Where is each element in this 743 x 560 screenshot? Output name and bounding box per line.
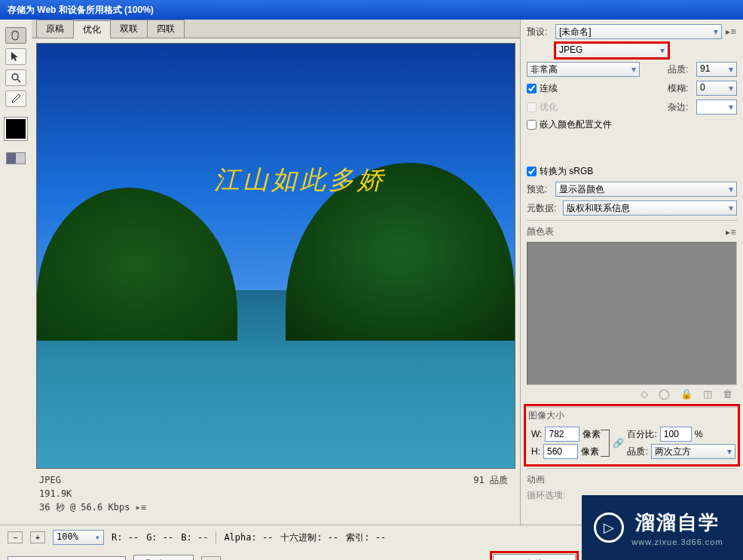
preset-flyout-icon[interactable]: ▸≡ — [725, 26, 737, 37]
blur-label: 模糊: — [668, 82, 693, 95]
color-table-label: 颜色表 — [527, 225, 554, 238]
slice-select-tool[interactable] — [5, 48, 26, 65]
convert-srgb-label: 转换为 sRGB — [540, 165, 593, 178]
preview-canvas[interactable]: 江山如此多娇 — [36, 43, 515, 469]
save-button[interactable]: 存储 — [493, 554, 576, 560]
constrain-link-icon[interactable]: 🔗 — [613, 438, 624, 448]
matte-label: 杂边: — [668, 101, 693, 114]
convert-srgb-checkbox[interactable] — [527, 167, 537, 176]
info-size: 191.9K — [39, 487, 515, 500]
watermark-text: 溜溜自学 — [631, 510, 723, 536]
tab-4up[interactable]: 四联 — [147, 20, 185, 38]
settings-panel: 预设: [未命名] ▸≡ JPEG 非常高 品质: 91 连续 模糊: 0 优化… — [520, 20, 743, 525]
svg-line-1 — [17, 79, 20, 82]
window-title: 存储为 Web 和设备所用格式 (100%) — [8, 5, 154, 15]
format-select[interactable]: JPEG — [555, 43, 668, 58]
width-label: W: — [531, 429, 542, 439]
percent-input[interactable] — [660, 427, 692, 442]
status-alpha: Alpha: -- — [224, 532, 273, 543]
zoom-tool[interactable] — [5, 69, 26, 86]
resample-select[interactable]: 两次立方 — [651, 444, 735, 459]
width-unit: 像素 — [582, 428, 601, 441]
quality-input[interactable]: 91 — [696, 62, 737, 77]
optimized-checkbox — [527, 103, 537, 112]
status-index: 索引: -- — [346, 531, 386, 544]
ct-cube-icon[interactable]: ◫ — [703, 388, 712, 399]
preview-area: 江山如此多娇 JPEG 191.9K 36 秒 @ 56.6 Kbps ▸≡ 9… — [32, 38, 520, 525]
status-b: B: -- — [181, 532, 208, 543]
foreground-color[interactable] — [5, 118, 27, 140]
loop-label: 循环选项: — [527, 489, 565, 502]
toggle-slices-icon[interactable] — [6, 152, 26, 164]
preview-label: 预览: — [527, 183, 552, 196]
color-table-flyout-icon[interactable]: ▸≡ — [725, 227, 737, 237]
percent-unit: % — [695, 429, 703, 439]
ct-trash-icon[interactable]: 🗑 — [723, 388, 732, 399]
left-toolbar — [0, 20, 32, 525]
preview-button[interactable]: 预览... — [133, 555, 194, 560]
tab-2up[interactable]: 双联 — [110, 20, 148, 38]
hand-tool[interactable] — [5, 27, 26, 44]
title-bar: 存储为 Web 和设备所用格式 (100%) — [0, 0, 743, 20]
quality-label: 品质: — [668, 63, 693, 76]
resample-label: 品质: — [627, 445, 647, 458]
color-table-toolbar: ◇ ◯ 🔒 ◫ 🗑 — [527, 385, 737, 402]
embed-profile-label: 嵌入颜色配置文件 — [540, 118, 612, 131]
tab-optimized[interactable]: 优化 — [73, 20, 111, 38]
width-input[interactable] — [545, 427, 579, 442]
browser-icon-button[interactable]: 🌐▾ — [201, 556, 221, 561]
watermark-play-icon: ▷ — [594, 513, 624, 543]
link-bracket — [601, 430, 610, 457]
percent-label: 百分比: — [627, 428, 656, 441]
height-label: H: — [531, 446, 540, 457]
color-table[interactable] — [527, 242, 737, 385]
watermark: ▷ 溜溜自学 www.zixue.3d66.com — [582, 495, 743, 560]
info-format: JPEG — [39, 473, 515, 487]
svg-point-0 — [12, 74, 18, 80]
matte-select[interactable] — [696, 99, 737, 115]
quality-preset-select[interactable]: 非常高 — [527, 62, 640, 77]
height-unit: 像素 — [581, 445, 599, 458]
preset-label: 预设: — [527, 26, 552, 38]
progressive-label: 连续 — [540, 82, 558, 95]
preview-tabs: 原稿 优化 双联 四联 — [32, 20, 520, 38]
status-hex: 十六进制: -- — [280, 531, 338, 544]
animation-title: 动画 — [527, 474, 545, 485]
watermark-url: www.zixue.3d66.com — [631, 537, 723, 546]
transfer-menu-icon[interactable]: ▸≡ — [136, 502, 146, 513]
metadata-label: 元数据: — [527, 202, 560, 215]
status-g: G: -- — [146, 532, 173, 543]
zoom-select[interactable]: 100% — [53, 530, 104, 545]
info-time: 36 秒 @ 56.6 Kbps — [39, 502, 130, 513]
optimized-label: 优化 — [540, 101, 558, 114]
device-central-button[interactable]: Device Central... — [8, 556, 126, 561]
zoom-in-button[interactable]: + — [30, 531, 45, 543]
status-r: R: -- — [112, 532, 139, 543]
eyedropper-tool[interactable] — [5, 90, 26, 107]
progressive-checkbox[interactable] — [527, 84, 537, 93]
image-overlay-text: 江山如此多娇 — [214, 163, 386, 197]
ct-diamond-icon[interactable]: ◇ — [641, 388, 648, 399]
blur-input[interactable]: 0 — [696, 81, 737, 96]
preview-info: JPEG 191.9K 36 秒 @ 56.6 Kbps ▸≡ 91 品质 — [36, 469, 515, 514]
ct-circle-icon[interactable]: ◯ — [659, 388, 670, 399]
ct-lock-icon[interactable]: 🔒 — [680, 388, 693, 399]
info-quality: 91 品质 — [473, 473, 508, 487]
zoom-out-button[interactable]: − — [8, 531, 23, 543]
tab-original[interactable]: 原稿 — [36, 20, 74, 38]
preview-select[interactable]: 显示器颜色 — [555, 182, 737, 197]
embed-profile-checkbox[interactable] — [527, 120, 537, 130]
preset-select[interactable]: [未命名] — [555, 24, 722, 39]
metadata-select[interactable]: 版权和联系信息 — [563, 200, 737, 216]
height-input[interactable] — [543, 444, 578, 459]
image-size-title: 图像大小 — [528, 410, 564, 421]
